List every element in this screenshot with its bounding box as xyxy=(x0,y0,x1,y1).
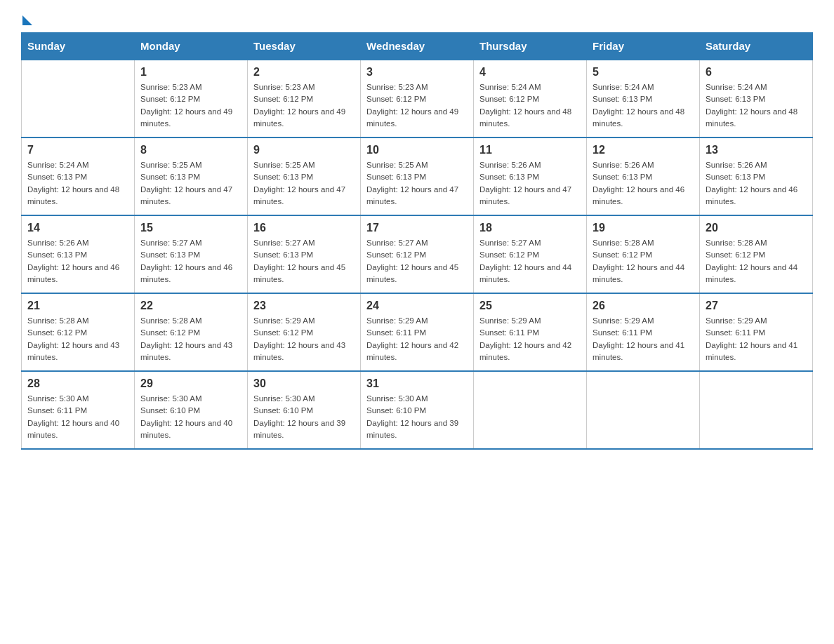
page-header xyxy=(21,14,813,25)
calendar-cell xyxy=(22,60,135,137)
day-number: 22 xyxy=(140,300,241,312)
day-info: Sunrise: 5:25 AMSunset: 6:13 PMDaylight:… xyxy=(366,159,468,208)
day-number: 18 xyxy=(479,222,581,234)
calendar-cell: 29Sunrise: 5:30 AMSunset: 6:10 PMDayligh… xyxy=(135,371,248,449)
calendar-cell: 5Sunrise: 5:24 AMSunset: 6:13 PMDaylight… xyxy=(587,60,700,137)
calendar-cell: 24Sunrise: 5:29 AMSunset: 6:11 PMDayligh… xyxy=(361,293,474,371)
calendar-cell: 8Sunrise: 5:25 AMSunset: 6:13 PMDaylight… xyxy=(135,137,248,215)
day-number: 20 xyxy=(706,222,807,234)
day-info: Sunrise: 5:24 AMSunset: 6:13 PMDaylight:… xyxy=(27,159,128,208)
day-number: 21 xyxy=(27,300,128,312)
day-info: Sunrise: 5:29 AMSunset: 6:11 PMDaylight:… xyxy=(593,315,694,363)
day-number: 24 xyxy=(366,300,468,312)
column-header-saturday: Saturday xyxy=(700,33,813,60)
day-number: 5 xyxy=(593,66,694,79)
calendar-cell: 23Sunrise: 5:29 AMSunset: 6:12 PMDayligh… xyxy=(248,293,361,371)
day-info: Sunrise: 5:28 AMSunset: 6:12 PMDaylight:… xyxy=(27,315,128,363)
day-number: 31 xyxy=(366,377,468,390)
calendar-cell xyxy=(587,371,700,449)
day-info: Sunrise: 5:24 AMSunset: 6:13 PMDaylight:… xyxy=(706,81,807,130)
day-number: 9 xyxy=(253,144,355,156)
day-info: Sunrise: 5:27 AMSunset: 6:12 PMDaylight:… xyxy=(479,237,581,286)
day-info: Sunrise: 5:28 AMSunset: 6:12 PMDaylight:… xyxy=(140,315,241,363)
day-info: Sunrise: 5:23 AMSunset: 6:12 PMDaylight:… xyxy=(140,81,241,130)
day-number: 7 xyxy=(27,144,128,156)
calendar-cell: 18Sunrise: 5:27 AMSunset: 6:12 PMDayligh… xyxy=(474,215,587,293)
day-info: Sunrise: 5:27 AMSunset: 6:13 PMDaylight:… xyxy=(253,237,355,286)
day-number: 13 xyxy=(706,144,807,156)
calendar-cell: 22Sunrise: 5:28 AMSunset: 6:12 PMDayligh… xyxy=(135,293,248,371)
day-info: Sunrise: 5:26 AMSunset: 6:13 PMDaylight:… xyxy=(706,159,807,208)
day-number: 29 xyxy=(140,377,241,390)
column-header-sunday: Sunday xyxy=(22,33,135,60)
day-number: 23 xyxy=(253,300,355,312)
day-info: Sunrise: 5:29 AMSunset: 6:12 PMDaylight:… xyxy=(253,315,355,363)
calendar-cell: 20Sunrise: 5:28 AMSunset: 6:12 PMDayligh… xyxy=(700,215,813,293)
calendar-cell: 30Sunrise: 5:30 AMSunset: 6:10 PMDayligh… xyxy=(248,371,361,449)
calendar-week-row: 21Sunrise: 5:28 AMSunset: 6:12 PMDayligh… xyxy=(22,293,813,371)
day-info: Sunrise: 5:30 AMSunset: 6:10 PMDaylight:… xyxy=(140,393,241,441)
day-info: Sunrise: 5:26 AMSunset: 6:13 PMDaylight:… xyxy=(593,159,694,208)
day-info: Sunrise: 5:27 AMSunset: 6:12 PMDaylight:… xyxy=(366,237,468,286)
day-info: Sunrise: 5:26 AMSunset: 6:13 PMDaylight:… xyxy=(479,159,581,208)
column-header-monday: Monday xyxy=(135,33,248,60)
calendar-table: SundayMondayTuesdayWednesdayThursdayFrid… xyxy=(21,32,813,450)
calendar-cell: 25Sunrise: 5:29 AMSunset: 6:11 PMDayligh… xyxy=(474,293,587,371)
calendar-cell: 31Sunrise: 5:30 AMSunset: 6:10 PMDayligh… xyxy=(361,371,474,449)
calendar-header-row: SundayMondayTuesdayWednesdayThursdayFrid… xyxy=(22,33,813,60)
calendar-week-row: 28Sunrise: 5:30 AMSunset: 6:11 PMDayligh… xyxy=(22,371,813,449)
day-info: Sunrise: 5:26 AMSunset: 6:13 PMDaylight:… xyxy=(27,237,128,286)
column-header-wednesday: Wednesday xyxy=(361,33,474,60)
calendar-cell: 9Sunrise: 5:25 AMSunset: 6:13 PMDaylight… xyxy=(248,137,361,215)
day-number: 11 xyxy=(479,144,581,156)
day-info: Sunrise: 5:29 AMSunset: 6:11 PMDaylight:… xyxy=(706,315,807,363)
calendar-cell: 6Sunrise: 5:24 AMSunset: 6:13 PMDaylight… xyxy=(700,60,813,137)
calendar-cell: 1Sunrise: 5:23 AMSunset: 6:12 PMDaylight… xyxy=(135,60,248,137)
calendar-cell: 28Sunrise: 5:30 AMSunset: 6:11 PMDayligh… xyxy=(22,371,135,449)
column-header-friday: Friday xyxy=(587,33,700,60)
day-info: Sunrise: 5:25 AMSunset: 6:13 PMDaylight:… xyxy=(253,159,355,208)
day-info: Sunrise: 5:30 AMSunset: 6:10 PMDaylight:… xyxy=(366,393,468,441)
day-number: 4 xyxy=(479,66,581,79)
day-info: Sunrise: 5:28 AMSunset: 6:12 PMDaylight:… xyxy=(593,237,694,286)
calendar-cell: 21Sunrise: 5:28 AMSunset: 6:12 PMDayligh… xyxy=(22,293,135,371)
calendar-cell: 15Sunrise: 5:27 AMSunset: 6:13 PMDayligh… xyxy=(135,215,248,293)
calendar-cell: 17Sunrise: 5:27 AMSunset: 6:12 PMDayligh… xyxy=(361,215,474,293)
calendar-cell: 27Sunrise: 5:29 AMSunset: 6:11 PMDayligh… xyxy=(700,293,813,371)
day-info: Sunrise: 5:23 AMSunset: 6:12 PMDaylight:… xyxy=(253,81,355,130)
calendar-cell: 10Sunrise: 5:25 AMSunset: 6:13 PMDayligh… xyxy=(361,137,474,215)
day-info: Sunrise: 5:23 AMSunset: 6:12 PMDaylight:… xyxy=(366,81,468,130)
day-info: Sunrise: 5:24 AMSunset: 6:13 PMDaylight:… xyxy=(593,81,694,130)
day-info: Sunrise: 5:30 AMSunset: 6:10 PMDaylight:… xyxy=(253,393,355,441)
day-info: Sunrise: 5:28 AMSunset: 6:12 PMDaylight:… xyxy=(706,237,807,286)
day-number: 6 xyxy=(706,66,807,79)
day-number: 15 xyxy=(140,222,241,234)
calendar-week-row: 1Sunrise: 5:23 AMSunset: 6:12 PMDaylight… xyxy=(22,60,813,137)
calendar-cell: 4Sunrise: 5:24 AMSunset: 6:12 PMDaylight… xyxy=(474,60,587,137)
calendar-week-row: 14Sunrise: 5:26 AMSunset: 6:13 PMDayligh… xyxy=(22,215,813,293)
day-number: 10 xyxy=(366,144,468,156)
logo-triangle-icon xyxy=(22,15,32,25)
day-number: 8 xyxy=(140,144,241,156)
logo xyxy=(21,21,32,25)
day-info: Sunrise: 5:30 AMSunset: 6:11 PMDaylight:… xyxy=(27,393,128,441)
calendar-cell xyxy=(700,371,813,449)
day-info: Sunrise: 5:29 AMSunset: 6:11 PMDaylight:… xyxy=(479,315,581,363)
day-number: 17 xyxy=(366,222,468,234)
day-number: 3 xyxy=(366,66,468,79)
calendar-cell: 13Sunrise: 5:26 AMSunset: 6:13 PMDayligh… xyxy=(700,137,813,215)
column-header-thursday: Thursday xyxy=(474,33,587,60)
calendar-cell: 12Sunrise: 5:26 AMSunset: 6:13 PMDayligh… xyxy=(587,137,700,215)
calendar-cell: 14Sunrise: 5:26 AMSunset: 6:13 PMDayligh… xyxy=(22,215,135,293)
day-info: Sunrise: 5:27 AMSunset: 6:13 PMDaylight:… xyxy=(140,237,241,286)
calendar-cell: 19Sunrise: 5:28 AMSunset: 6:12 PMDayligh… xyxy=(587,215,700,293)
day-number: 19 xyxy=(593,222,694,234)
day-number: 28 xyxy=(27,377,128,390)
calendar-week-row: 7Sunrise: 5:24 AMSunset: 6:13 PMDaylight… xyxy=(22,137,813,215)
day-number: 25 xyxy=(479,300,581,312)
calendar-cell: 2Sunrise: 5:23 AMSunset: 6:12 PMDaylight… xyxy=(248,60,361,137)
day-number: 1 xyxy=(140,66,241,79)
day-number: 14 xyxy=(27,222,128,234)
calendar-cell: 7Sunrise: 5:24 AMSunset: 6:13 PMDaylight… xyxy=(22,137,135,215)
day-number: 16 xyxy=(253,222,355,234)
